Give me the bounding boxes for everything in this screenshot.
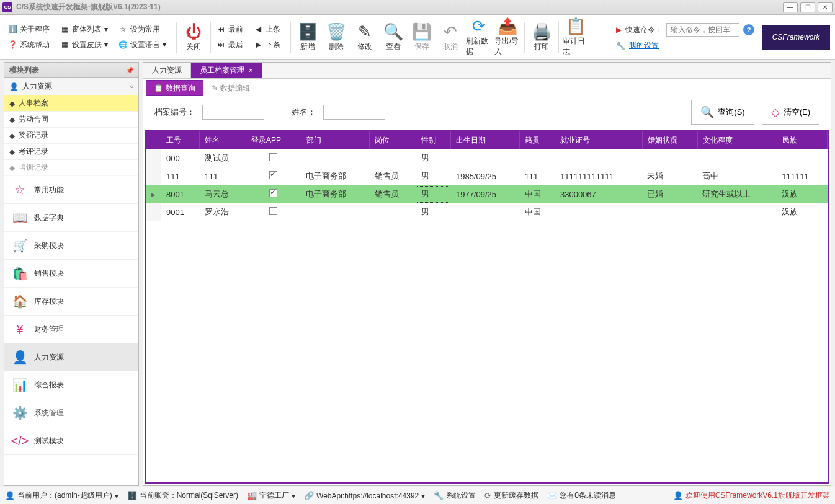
skin-button[interactable]: ▦设置皮肤▾ <box>57 38 110 51</box>
next-button[interactable]: ▶下条 <box>251 38 283 51</box>
table-cell[interactable] <box>451 203 520 221</box>
table-cell[interactable]: 男 <box>416 167 451 185</box>
table-cell[interactable] <box>370 203 416 221</box>
table-row[interactable]: 000测试员男 <box>146 149 828 167</box>
table-cell[interactable] <box>520 149 555 167</box>
status-messages[interactable]: ✉️您有0条未读消息 <box>547 490 616 501</box>
close-tab-button[interactable]: ⏻关闭 <box>179 17 208 57</box>
sub-tab-query[interactable]: 📋数据查询 <box>146 80 203 96</box>
column-header[interactable]: 岗位 <box>370 131 416 149</box>
tree-item-contract[interactable]: ◆劳动合同 <box>4 112 138 128</box>
column-header[interactable]: 婚姻状况 <box>642 131 697 149</box>
table-cell[interactable] <box>777 149 827 167</box>
table-cell[interactable]: 男 <box>416 203 451 221</box>
table-cell[interactable] <box>697 203 777 221</box>
language-button[interactable]: 🌐设置语言▾ <box>115 38 169 51</box>
audit-button[interactable]: 📋审计日志 <box>561 17 590 57</box>
table-cell[interactable] <box>301 203 370 221</box>
view-button[interactable]: 🔍查看 <box>379 17 408 57</box>
tab-employee-file[interactable]: 员工档案管理✕ <box>191 63 262 78</box>
checkbox[interactable] <box>269 207 277 215</box>
prev-button[interactable]: ◀上条 <box>251 23 283 36</box>
nav-test[interactable]: </>测试模块 <box>4 427 138 455</box>
nav-reports[interactable]: 📊综合报表 <box>4 371 138 399</box>
table-cell[interactable]: 研究生或以上 <box>697 185 777 203</box>
checkbox[interactable] <box>269 189 277 197</box>
quick-cmd-help-icon[interactable]: ? <box>743 24 754 35</box>
table-cell[interactable]: 马云总 <box>200 185 246 203</box>
table-cell[interactable]: 8001 <box>161 185 200 203</box>
status-webapi[interactable]: 🔗WebApi:https://localhost:44392▾ <box>304 491 425 500</box>
table-cell[interactable]: 销售员 <box>370 185 416 203</box>
table-cell[interactable]: 电子商务部 <box>301 167 370 185</box>
table-cell[interactable]: 测试员 <box>200 149 246 167</box>
table-cell[interactable]: 111 <box>200 167 246 185</box>
table-cell[interactable]: 高中 <box>697 167 777 185</box>
table-cell[interactable] <box>697 149 777 167</box>
table-cell[interactable] <box>370 149 416 167</box>
input-code[interactable] <box>202 105 264 120</box>
table-cell[interactable]: 中国 <box>520 203 555 221</box>
add-button[interactable]: 🗄️新增 <box>293 17 322 57</box>
status-syssettings[interactable]: 🔧系统设置 <box>434 490 476 501</box>
table-cell[interactable]: 汉族 <box>777 185 827 203</box>
status-refresh-cache[interactable]: ⟳更新缓存数据 <box>484 490 538 501</box>
close-tab-icon[interactable]: ✕ <box>248 67 253 74</box>
nav-system[interactable]: ⚙️系统管理 <box>4 399 138 427</box>
table-cell[interactable]: 电子商务部 <box>301 185 370 203</box>
table-cell[interactable]: 汉族 <box>777 203 827 221</box>
delete-button[interactable]: 🗑️删除 <box>322 17 351 57</box>
table-cell[interactable] <box>451 149 520 167</box>
nav-sales[interactable]: 🛍️销售模块 <box>4 260 138 288</box>
column-header[interactable]: 民族 <box>777 131 827 149</box>
table-cell[interactable]: 中国 <box>520 185 555 203</box>
table-row[interactable]: 111111电子商务部销售员男1985/09/25111111111111111… <box>146 167 828 185</box>
minimize-button[interactable]: — <box>783 2 798 12</box>
table-row[interactable]: ▸8001马云总电子商务部销售员男1977/09/25中国33000067已婚研… <box>146 185 828 203</box>
table-row[interactable]: 9001罗永浩男中国汉族 <box>146 203 828 221</box>
print-button[interactable]: 🖨️打印 <box>527 17 556 57</box>
sub-tab-edit[interactable]: ✎数据编辑 <box>203 80 258 96</box>
cancel-button[interactable]: ↶取消 <box>436 17 465 57</box>
table-cell[interactable] <box>555 203 642 221</box>
table-cell[interactable]: 男 <box>416 185 451 203</box>
table-cell[interactable] <box>301 149 370 167</box>
table-cell[interactable]: 111 <box>520 167 555 185</box>
table-cell[interactable]: 33000067 <box>555 185 642 203</box>
nav-dict[interactable]: 📖数据字典 <box>4 204 138 232</box>
first-button[interactable]: ⏮最前 <box>213 23 246 36</box>
table-cell[interactable] <box>642 203 697 221</box>
query-button[interactable]: 🔍查询(S) <box>691 100 754 125</box>
table-cell[interactable]: 1977/09/25 <box>451 185 520 203</box>
checkbox[interactable] <box>269 153 277 161</box>
tree-item-review[interactable]: ◆考评记录 <box>4 144 138 160</box>
table-cell[interactable]: 000 <box>161 149 200 167</box>
table-cell[interactable]: 男 <box>416 149 451 167</box>
table-cell[interactable] <box>246 185 301 203</box>
sidebar-section-hr[interactable]: 👤 人力资源 « <box>4 78 138 95</box>
windows-list-button[interactable]: ▦窗体列表▾ <box>57 23 110 36</box>
column-header[interactable]: 性别 <box>416 131 451 149</box>
help-button[interactable]: ❓系统帮助 <box>5 38 52 51</box>
column-header[interactable]: 部门 <box>301 131 370 149</box>
edit-button[interactable]: ✎修改 <box>351 17 379 57</box>
status-user[interactable]: 👤当前用户：(admin-超级用户)▾ <box>5 490 118 501</box>
set-common-button[interactable]: ☆设为常用 <box>115 23 169 36</box>
clear-button[interactable]: ◇清空(E) <box>762 100 819 125</box>
nav-purchase[interactable]: 🛒采购模块 <box>4 232 138 260</box>
maximize-button[interactable]: ☐ <box>800 2 815 12</box>
tree-item-personnel[interactable]: ◆人事档案 <box>4 95 138 112</box>
column-header[interactable]: 工号 <box>161 131 200 149</box>
column-header[interactable]: 文化程度 <box>697 131 777 149</box>
column-header[interactable]: 出生日期 <box>451 131 520 149</box>
table-cell[interactable]: 111111 <box>777 167 827 185</box>
close-window-button[interactable]: ✕ <box>818 2 833 12</box>
table-cell[interactable] <box>246 203 301 221</box>
refresh-button[interactable]: ⟳刷新数据 <box>465 17 493 57</box>
nav-hr[interactable]: 👤人力资源 <box>4 343 138 371</box>
last-button[interactable]: ⏭最后 <box>213 38 246 51</box>
checkbox[interactable] <box>269 171 277 179</box>
table-cell[interactable]: 未婚 <box>642 167 697 185</box>
table-cell[interactable] <box>555 149 642 167</box>
column-header[interactable]: 登录APP <box>246 131 301 149</box>
